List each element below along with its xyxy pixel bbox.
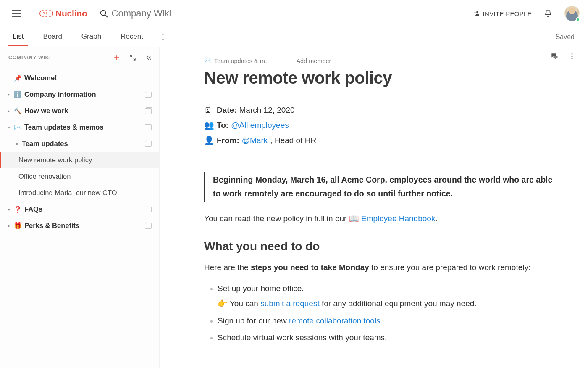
add-member-button[interactable]: Add member [296,58,331,64]
pin-icon: 📌 [13,74,22,82]
expand-icon [129,54,136,61]
presence-online-dot [576,17,580,21]
copy-icon[interactable] [145,108,152,114]
copy-icon[interactable] [145,223,152,229]
svg-point-2 [476,11,478,13]
breadcrumb-label: Team updates & m… [214,58,271,64]
text: Schedule virtual work sessions with your… [218,333,387,342]
brand-name: Nuclino [55,8,87,19]
sidebar-item-faqs[interactable]: ▸ ❓ FAQs [0,201,159,217]
invite-label: INVITE PEOPLE [483,10,532,17]
chevron-right-icon: ▸ [6,92,12,98]
collapse-sidebar-button[interactable] [144,53,153,62]
comments-icon[interactable] [550,52,559,61]
person-plus-icon [473,10,480,17]
list-item: Schedule virtual work sessions with your… [212,331,557,344]
gift-icon: 🎁 [13,222,22,230]
chevron-right-icon: ▸ [6,108,12,114]
meta-date: 🗓 Date: March 12, 2020 [204,103,557,118]
svg-point-4 [163,36,164,37]
divider [204,160,557,160]
search[interactable] [99,8,473,19]
meta-to: 👥 To: @All employees [204,118,557,133]
meta-value: March 12, 2020 [239,103,295,118]
copy-icon[interactable] [145,124,152,130]
submit-request-link[interactable]: submit a request [260,299,319,308]
chevron-right-icon: ▸ [6,223,12,229]
list-subline: 👉 You can submit a request for any addit… [218,297,557,310]
user-avatar[interactable] [564,6,580,21]
svg-line-1 [105,15,107,17]
sidebar-item-welcome[interactable]: 📌 Welcome! [0,70,159,86]
text: You can [230,299,260,308]
svg-point-7 [572,56,573,57]
brain-logo-icon [39,8,53,19]
view-tabs: List Board Graph Recent [8,28,168,46]
tab-list[interactable]: List [8,28,28,46]
sidebar-item-office-renovation[interactable]: Office renovation [0,168,159,185]
doc-meta-block: 🗓 Date: March 12, 2020 👥 To: @All employ… [204,103,557,148]
mention-link[interactable]: @All employees [231,118,289,133]
svg-point-3 [163,34,164,35]
sidebar-title: COMPANY WIKI [8,55,51,61]
tree-label: Perks & Benefits [24,222,79,230]
svg-point-5 [163,38,164,40]
sidebar-item-company-info[interactable]: ▸ ℹ️ Company information [0,86,159,103]
info-icon: ℹ️ [13,91,22,98]
people-icon: 👥 [204,118,214,133]
copy-icon[interactable] [145,141,152,147]
chevron-right-icon: ▸ [6,207,12,212]
sidebar-item-how-we-work[interactable]: ▸ 🔨 How we work [0,103,159,119]
text: Set up your home office. [218,284,304,293]
sidebar-item-perks[interactable]: ▸ 🎁 Perks & Benefits [0,217,159,234]
search-input[interactable] [112,8,238,19]
tree-label: How we work [24,107,68,115]
meta-label: To: [217,118,228,133]
tab-board[interactable]: Board [39,28,66,46]
list-item: Sign up for our new remote collaboration… [212,314,557,328]
meta-from: 👤 From: @Mark, Head of HR [204,133,557,148]
text: You can read the new policy in full in o… [204,214,349,223]
tab-label: Board [43,32,62,40]
tree-label: Company information [24,90,96,98]
collab-tools-link[interactable]: remote collaboration tools [289,316,381,325]
hammer-icon: 🔨 [13,107,22,115]
handbook-link[interactable]: Employee Handbook [361,214,435,223]
bell-icon[interactable] [543,9,553,18]
breadcrumb[interactable]: ✉️ Team updates & m… [204,57,271,64]
text: . [381,316,383,325]
tabs-more-button[interactable] [158,32,168,42]
envelope-icon: ✉️ [204,57,212,64]
add-page-button[interactable] [112,53,121,62]
callout-quote: Beginning Monday, March 16, all Acme Cor… [204,172,557,201]
expand-button[interactable] [128,53,137,62]
svg-point-6 [572,53,573,55]
page-title: New remote work policy [204,69,557,87]
text: for any additional equipment you may nee… [320,299,477,308]
invite-people-button[interactable]: INVITE PEOPLE [473,10,532,17]
text: . [435,214,437,223]
page-more-button[interactable] [568,52,576,61]
copy-icon[interactable] [145,207,152,212]
tab-label: List [13,32,24,40]
brand-logo[interactable]: Nuclino [39,8,87,19]
steps-list: Set up your home office. 👉 You can submi… [204,282,557,344]
tab-graph[interactable]: Graph [77,28,105,46]
content: ✉️ Team updates & m… Add member New remo… [160,47,588,368]
mention-link[interactable]: @Mark [242,133,268,148]
sidebar-item-introducing-maria[interactable]: Introducing Maria, our new CTO [0,185,159,201]
copy-icon[interactable] [145,92,152,98]
tab-recent[interactable]: Recent [116,28,147,46]
chevron-right-icon: ▸ [14,141,20,147]
lead-paragraph: Here are the steps you need to take Mond… [204,261,557,274]
hamburger-menu-icon[interactable] [12,10,21,17]
sidebar-item-team-updates-memos[interactable]: ▾ ✉️ Team updates & memos [0,119,159,135]
save-status: Saved [556,33,575,41]
section-heading: What you need to do [204,240,557,253]
tree-label: New remote work policy [18,156,92,164]
sidebar-item-team-updates[interactable]: ▸ Team updates [0,135,159,152]
sidebar-item-new-remote-work-policy[interactable]: New remote work policy [0,152,159,168]
svg-point-8 [572,58,573,59]
meta-label: From: [217,133,239,148]
meta-suffix: , Head of HR [270,133,316,148]
